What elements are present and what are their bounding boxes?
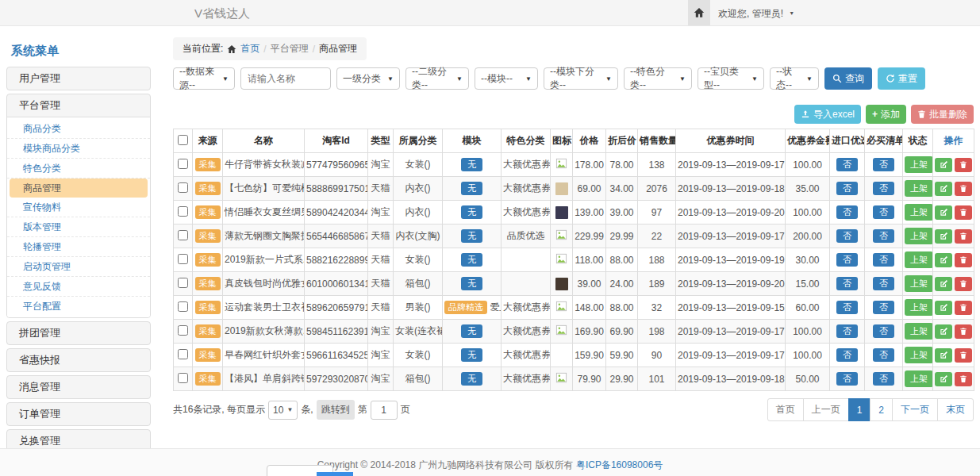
edit-button[interactable] <box>935 348 952 363</box>
edit-button[interactable] <box>935 253 952 267</box>
must-buy-toggle[interactable]: 否 <box>873 182 894 195</box>
delete-button[interactable] <box>955 324 972 339</box>
delete-button[interactable] <box>955 301 972 315</box>
imported-toggle[interactable]: 否 <box>836 229 858 243</box>
sidebar-item[interactable]: 宣传物料 <box>7 198 150 217</box>
page-button-首页[interactable]: 首页 <box>767 398 804 421</box>
status-button[interactable]: 上架 <box>905 323 933 340</box>
sidebar-group-header[interactable]: 用户管理 <box>7 67 150 90</box>
page-button-上一页[interactable]: 上一页 <box>803 398 849 421</box>
filter-select[interactable]: --模块下分类--▼ <box>544 67 618 90</box>
import-excel-button[interactable]: 导入excel <box>794 105 861 124</box>
must-buy-toggle[interactable]: 否 <box>873 158 894 171</box>
edit-button[interactable] <box>935 324 952 339</box>
module-badge[interactable]: 无 <box>461 277 482 290</box>
imported-toggle[interactable]: 否 <box>836 182 858 195</box>
module-badge[interactable]: 无 <box>461 372 482 386</box>
status-button[interactable]: 上架 <box>905 370 933 387</box>
edit-button[interactable] <box>935 205 952 220</box>
must-buy-toggle[interactable]: 否 <box>873 348 894 362</box>
sidebar-item[interactable]: 版本管理 <box>7 217 150 237</box>
status-button[interactable]: 上架 <box>905 180 933 197</box>
imported-toggle[interactable]: 否 <box>836 348 858 362</box>
filter-select[interactable]: --宝贝类型--▼ <box>698 67 764 90</box>
sidebar-group-header[interactable]: 拼团管理 <box>7 322 150 344</box>
jump-button[interactable]: 跳转到 <box>317 400 355 420</box>
sidebar-item[interactable]: 轮播管理 <box>7 237 150 257</box>
filter-select[interactable]: --二级分类--▼ <box>405 67 469 90</box>
filter-select[interactable]: --特色分类--▼ <box>624 67 692 90</box>
delete-button[interactable] <box>955 253 972 267</box>
must-buy-toggle[interactable]: 否 <box>873 205 894 219</box>
sidebar-item[interactable]: 模块商品分类 <box>7 139 150 159</box>
sidebar-item[interactable]: 意见反馈 <box>7 277 150 297</box>
status-button[interactable]: 上架 <box>905 347 933 363</box>
filter-select[interactable]: --数据来源--▼ <box>173 67 235 90</box>
must-buy-toggle[interactable]: 否 <box>873 277 894 290</box>
status-button[interactable]: 上架 <box>905 228 933 244</box>
sidebar-item[interactable]: 启动页管理 <box>7 257 150 277</box>
imported-toggle[interactable]: 否 <box>836 324 858 338</box>
status-button[interactable]: 上架 <box>905 299 933 316</box>
page-button-1[interactable]: 1 <box>848 398 871 421</box>
page-size-select[interactable]: 10 ▼ <box>268 401 298 420</box>
imported-toggle[interactable]: 否 <box>836 253 858 267</box>
status-button[interactable]: 上架 <box>905 275 933 292</box>
filter-select[interactable]: --状态--▼ <box>770 67 819 90</box>
breadcrumb-home-link[interactable]: 首页 <box>240 42 259 56</box>
imported-toggle[interactable]: 否 <box>836 277 858 290</box>
status-button[interactable]: 上架 <box>905 204 933 221</box>
row-checkbox[interactable] <box>178 206 188 217</box>
status-button[interactable]: 上架 <box>905 251 933 268</box>
edit-button[interactable] <box>935 158 952 172</box>
must-buy-toggle[interactable]: 否 <box>873 372 894 386</box>
imported-toggle[interactable]: 否 <box>836 372 858 386</box>
row-checkbox[interactable] <box>178 159 188 169</box>
module-badge[interactable]: 无 <box>461 182 482 195</box>
sidebar-group-header[interactable]: 省惠快报 <box>7 349 150 371</box>
reset-button[interactable]: 重置 <box>878 67 925 90</box>
edit-button[interactable] <box>935 372 952 386</box>
edit-button[interactable] <box>935 277 952 291</box>
module-badge[interactable]: 无 <box>461 253 482 267</box>
page-button-2[interactable]: 2 <box>870 398 893 421</box>
page-button-下一页[interactable]: 下一页 <box>892 398 938 421</box>
imported-toggle[interactable]: 否 <box>836 301 858 314</box>
sidebar-group-header[interactable]: 订单管理 <box>7 403 150 425</box>
sidebar-item[interactable]: 商品分类 <box>7 119 150 139</box>
sidebar-group-header[interactable]: 平台管理 <box>7 94 150 117</box>
scrollbar-thumb-artifact[interactable] <box>317 472 353 476</box>
module-badge[interactable]: 无 <box>461 205 482 219</box>
module-badge[interactable]: 无 <box>461 324 482 338</box>
module-badge[interactable]: 无 <box>461 348 482 362</box>
delete-button[interactable] <box>955 205 972 220</box>
delete-button[interactable] <box>955 182 972 196</box>
delete-button[interactable] <box>955 277 972 291</box>
jump-page-input[interactable] <box>371 401 398 420</box>
edit-button[interactable] <box>935 301 952 315</box>
page-button-末页[interactable]: 末页 <box>937 398 974 421</box>
must-buy-toggle[interactable]: 否 <box>873 301 894 314</box>
row-checkbox[interactable] <box>178 278 188 288</box>
delete-button[interactable] <box>955 229 972 244</box>
edit-button[interactable] <box>935 182 952 196</box>
must-buy-toggle[interactable]: 否 <box>873 253 894 267</box>
status-button[interactable]: 上架 <box>905 156 933 173</box>
home-button[interactable] <box>688 0 710 25</box>
add-button[interactable]: + 添加 <box>866 105 906 124</box>
imported-toggle[interactable]: 否 <box>836 205 858 219</box>
must-buy-toggle[interactable]: 否 <box>873 324 894 338</box>
row-checkbox[interactable] <box>178 349 188 359</box>
sidebar-item[interactable]: 特色分类 <box>7 159 150 178</box>
row-checkbox[interactable] <box>178 254 188 264</box>
sidebar-item[interactable]: 商品管理 <box>10 178 148 198</box>
filter-select[interactable]: --模块--▼ <box>475 67 538 90</box>
name-search-input[interactable] <box>240 67 331 90</box>
sidebar-item[interactable]: 平台配置 <box>7 297 150 316</box>
icp-link[interactable]: 粤ICP备16098006号 <box>576 459 663 470</box>
batch-delete-button[interactable]: 批量删除 <box>911 105 974 124</box>
select-all-checkbox[interactable] <box>178 135 188 145</box>
filter-select[interactable]: 一级分类▼ <box>336 67 400 90</box>
must-buy-toggle[interactable]: 否 <box>873 229 894 243</box>
user-menu[interactable]: 欢迎您, 管理员! ▼ <box>718 7 794 21</box>
